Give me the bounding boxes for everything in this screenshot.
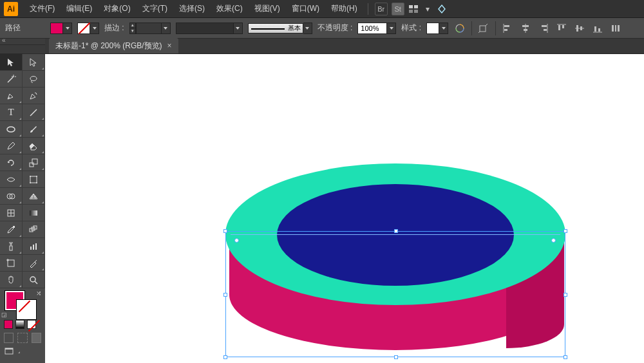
menu-select[interactable]: 选择(S) bbox=[174, 1, 210, 17]
zoom-tool[interactable] bbox=[23, 272, 45, 288]
screen-mode-dropdown-icon[interactable] bbox=[18, 351, 20, 353]
document-tab-close-icon[interactable]: × bbox=[167, 41, 172, 50]
menu-view[interactable]: 视图(V) bbox=[249, 1, 285, 17]
bbox-handle-n[interactable] bbox=[394, 229, 398, 233]
draw-inside-icon[interactable] bbox=[32, 333, 41, 343]
stroke-weight-field[interactable] bbox=[136, 23, 162, 34]
menu-effect[interactable]: 效果(C) bbox=[211, 1, 248, 17]
ellipse-tool[interactable] bbox=[0, 121, 23, 138]
color-mode-gradient[interactable] bbox=[15, 320, 24, 329]
canvas[interactable] bbox=[45, 54, 644, 363]
artboard-tool[interactable] bbox=[0, 255, 23, 272]
menu-object[interactable]: 对象(O) bbox=[99, 1, 135, 17]
pencil-tool[interactable] bbox=[0, 138, 23, 154]
bbox-handle-w[interactable] bbox=[223, 293, 227, 297]
graphic-style-swatch[interactable] bbox=[426, 23, 439, 34]
brush-profile-dropdown-icon[interactable] bbox=[303, 23, 312, 34]
stroke-swatch-none[interactable] bbox=[77, 23, 90, 34]
align-vcenter-icon[interactable] bbox=[573, 22, 586, 35]
menu-edit[interactable]: 编辑(E) bbox=[61, 1, 97, 17]
gpu-preview-icon[interactable] bbox=[435, 3, 448, 15]
brush-profile-preview[interactable]: 基本 bbox=[248, 23, 303, 33]
swap-fill-stroke-icon[interactable]: ⤭ bbox=[36, 290, 41, 297]
var-width-empty[interactable] bbox=[176, 23, 234, 34]
shape-builder-tool[interactable] bbox=[0, 188, 23, 205]
stroke-indicator[interactable] bbox=[17, 300, 36, 319]
menu-help[interactable]: 帮助(H) bbox=[326, 1, 363, 17]
distribute-icon[interactable] bbox=[609, 22, 622, 35]
default-fill-stroke-icon[interactable]: ◲ bbox=[1, 312, 7, 318]
selection-bounding-box[interactable] bbox=[225, 231, 565, 357]
stroke-color-combo[interactable] bbox=[77, 23, 99, 34]
bbox-handle-se[interactable] bbox=[564, 355, 567, 359]
gradient-tool[interactable] bbox=[23, 205, 45, 221]
direct-selection-tool[interactable] bbox=[23, 54, 45, 71]
svg-rect-52 bbox=[35, 243, 37, 250]
opacity-dropdown-icon[interactable] bbox=[387, 23, 396, 34]
fill-stroke-control[interactable]: ⤭ ◲ bbox=[0, 288, 45, 318]
screen-mode-icon[interactable] bbox=[4, 346, 14, 358]
bbox-handle-ne[interactable] bbox=[564, 229, 567, 233]
symbol-sprayer-tool[interactable] bbox=[0, 238, 23, 255]
document-tab[interactable]: 未标题-1* @ 200% (RGB/预览) × bbox=[49, 38, 178, 53]
toolbox-collapse-handle[interactable] bbox=[0, 39, 45, 45]
opacity-field[interactable]: 100% bbox=[357, 23, 387, 34]
free-transform-tool[interactable] bbox=[23, 171, 45, 188]
column-graph-tool[interactable] bbox=[23, 238, 45, 255]
mesh-tool[interactable] bbox=[0, 205, 23, 221]
hand-tool[interactable] bbox=[0, 272, 23, 288]
align-hcenter-icon[interactable] bbox=[519, 22, 532, 35]
align-left-icon[interactable] bbox=[501, 22, 514, 35]
rotate-tool[interactable] bbox=[0, 154, 23, 171]
bbox-handle-e[interactable] bbox=[564, 293, 567, 297]
menu-window[interactable]: 窗口(W) bbox=[287, 1, 325, 17]
menu-file[interactable]: 文件(F) bbox=[24, 1, 60, 17]
eraser-tool[interactable] bbox=[23, 138, 45, 154]
lasso-tool[interactable] bbox=[23, 71, 45, 88]
selection-tool[interactable] bbox=[0, 54, 23, 71]
stroke-dropdown-icon[interactable] bbox=[90, 23, 99, 34]
recolor-artwork-icon[interactable] bbox=[453, 22, 466, 35]
svg-rect-14 bbox=[544, 29, 547, 31]
graphic-style-combo[interactable] bbox=[426, 23, 448, 34]
bbox-handle-s[interactable] bbox=[394, 355, 398, 359]
stock-icon[interactable]: St bbox=[392, 3, 404, 15]
graphic-style-dropdown-icon[interactable] bbox=[439, 23, 448, 34]
draw-normal-icon[interactable] bbox=[4, 333, 14, 343]
fill-color-combo[interactable] bbox=[50, 23, 72, 34]
var-width-dropdown-icon[interactable] bbox=[234, 23, 243, 34]
align-bottom-icon[interactable] bbox=[591, 22, 604, 35]
align-right-icon[interactable] bbox=[537, 22, 550, 35]
eyedropper-tool[interactable] bbox=[0, 221, 23, 238]
opacity-combo[interactable]: 100% bbox=[357, 23, 396, 34]
scale-tool[interactable] bbox=[23, 154, 45, 171]
draw-behind-icon[interactable] bbox=[17, 333, 27, 343]
align-top-icon[interactable] bbox=[555, 22, 568, 35]
arrange-dropdown-icon[interactable]: ▾ bbox=[421, 3, 434, 15]
artwork-cylinder[interactable] bbox=[225, 163, 573, 363]
pen-tool[interactable] bbox=[0, 88, 23, 104]
curvature-tool[interactable] bbox=[23, 88, 45, 104]
brush-profile-combo[interactable]: 基本 bbox=[248, 23, 312, 34]
perspective-grid-tool[interactable] bbox=[23, 188, 45, 205]
bridge-icon[interactable]: Br bbox=[375, 3, 388, 15]
magic-wand-tool[interactable] bbox=[0, 71, 23, 88]
fill-dropdown-icon[interactable] bbox=[63, 23, 72, 34]
arrange-documents-icon[interactable] bbox=[407, 3, 420, 15]
bbox-handle-sw[interactable] bbox=[223, 355, 227, 359]
isolate-group-icon[interactable] bbox=[477, 22, 490, 35]
type-tool[interactable]: T bbox=[0, 104, 23, 121]
color-mode-none[interactable] bbox=[27, 320, 36, 329]
bbox-handle-nw[interactable] bbox=[223, 229, 227, 233]
paintbrush-tool[interactable] bbox=[23, 121, 45, 138]
stroke-weight-combo[interactable]: ▴ ▾ bbox=[129, 23, 171, 34]
line-segment-tool[interactable] bbox=[23, 104, 45, 121]
stroke-weight-dropdown-icon[interactable] bbox=[162, 23, 171, 34]
menu-type[interactable]: 文字(T) bbox=[137, 1, 173, 17]
width-tool[interactable] bbox=[0, 171, 23, 188]
slice-tool[interactable] bbox=[23, 255, 45, 272]
var-width-profile-combo[interactable] bbox=[176, 23, 243, 34]
fill-swatch[interactable] bbox=[50, 23, 63, 34]
color-mode-solid[interactable] bbox=[4, 320, 13, 329]
blend-tool[interactable] bbox=[23, 221, 45, 238]
